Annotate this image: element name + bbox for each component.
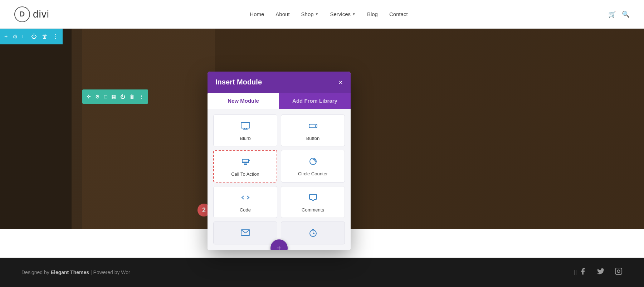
row-move-icon[interactable]: ✛ [87, 94, 91, 99]
cart-icon[interactable]: 🛒 [608, 10, 616, 18]
logo-circle: D [14, 6, 30, 22]
module-grid: Blurb Button Call To Action [213, 115, 345, 244]
row-toolbar: ✛ ⚙ □ ▦ ⏻ 🗑 ⋮ [82, 89, 148, 104]
shop-chevron: ▼ [315, 12, 319, 16]
nav-shop[interactable]: Shop ▼ [301, 11, 319, 17]
logo-text: divi [33, 9, 49, 20]
section-delete-icon[interactable]: 🗑 [42, 33, 48, 40]
tab-new-module[interactable]: New Module [208, 93, 279, 109]
comments-icon [308, 194, 318, 204]
module-item-code[interactable]: Code [213, 186, 277, 218]
modal-body: Blurb Button Call To Action [208, 109, 351, 250]
blurb-label: Blurb [240, 136, 250, 141]
modal-header: Insert Module × [208, 72, 351, 93]
search-icon[interactable]: 🔍 [622, 10, 630, 18]
section-more-icon[interactable]: ⋮ [53, 33, 58, 40]
cta-icon [241, 158, 250, 168]
social-links:  [574, 267, 623, 277]
nav-contact[interactable]: Contact [389, 11, 408, 17]
module-item-button[interactable]: Button [281, 115, 345, 146]
svg-rect-3 [309, 124, 317, 128]
comments-label: Comments [302, 207, 324, 213]
module-item-circle-counter[interactable]: Circle Counter [281, 150, 345, 183]
nav-services[interactable]: Services ▼ [330, 11, 356, 17]
row-power-icon[interactable]: ⏻ [120, 94, 125, 99]
row-settings-icon[interactable]: ⚙ [95, 94, 100, 99]
module-item-comments[interactable]: Comments [281, 186, 345, 218]
svg-rect-0 [615, 268, 622, 274]
module-item-contact-form[interactable] [213, 222, 277, 244]
modal-tabs: New Module Add From Library [208, 93, 351, 109]
navbar: D divi Home About Shop ▼ Services ▼ Blog… [0, 0, 644, 29]
module-item-countdown[interactable] [281, 222, 345, 244]
footer-credit: Designed by Elegant Themes | Powered by … [21, 269, 130, 275]
button-icon [308, 122, 318, 132]
button-label: Button [306, 136, 320, 141]
row-grid-icon[interactable]: ▦ [111, 94, 116, 99]
twitter-icon[interactable] [597, 267, 605, 277]
nav-menu: Home About Shop ▼ Services ▼ Blog Contac… [250, 11, 408, 17]
instagram-icon[interactable] [615, 267, 623, 277]
code-icon [241, 194, 250, 204]
modal-close-button[interactable]: × [338, 79, 343, 86]
module-item-cta[interactable]: Call To Action [213, 150, 277, 183]
footer: Designed by Elegant Themes | Powered by … [0, 258, 644, 287]
module-item-blurb[interactable]: Blurb [213, 115, 277, 146]
section-settings-icon[interactable]: ⚙ [13, 33, 18, 40]
section-add-icon[interactable]: + [4, 33, 8, 40]
section-fullwidth-icon[interactable]: □ [23, 33, 26, 40]
email-icon [241, 229, 250, 238]
nav-blog[interactable]: Blog [367, 11, 378, 17]
tab-add-from-library[interactable]: Add From Library [279, 93, 351, 109]
nav-home[interactable]: Home [250, 11, 264, 17]
row-more-icon[interactable]: ⋮ [139, 94, 144, 99]
cta-label: Call To Action [231, 171, 259, 177]
logo[interactable]: D divi [14, 6, 49, 22]
row-delete-icon[interactable]: 🗑 [130, 94, 135, 99]
footer-brand: Elegant Themes [51, 269, 89, 275]
section-power-icon[interactable]: ⏻ [31, 33, 37, 40]
nav-actions: 🛒 🔍 [608, 10, 630, 18]
facebook-icon[interactable]:  [574, 267, 587, 277]
services-chevron: ▼ [352, 12, 356, 16]
circle-counter-icon [308, 157, 318, 167]
modal-title: Insert Module [215, 78, 262, 86]
row-columns-icon[interactable]: □ [104, 94, 107, 99]
code-label: Code [240, 207, 251, 213]
svg-rect-2 [241, 122, 250, 128]
insert-module-modal: Insert Module × New Module Add From Libr… [208, 72, 351, 250]
countdown-icon [308, 229, 318, 239]
nav-about[interactable]: About [275, 11, 289, 17]
section-toolbar: + ⚙ □ ⏻ 🗑 ⋮ [0, 29, 63, 44]
blurb-icon [241, 122, 250, 132]
circle-counter-label: Circle Counter [298, 171, 328, 176]
